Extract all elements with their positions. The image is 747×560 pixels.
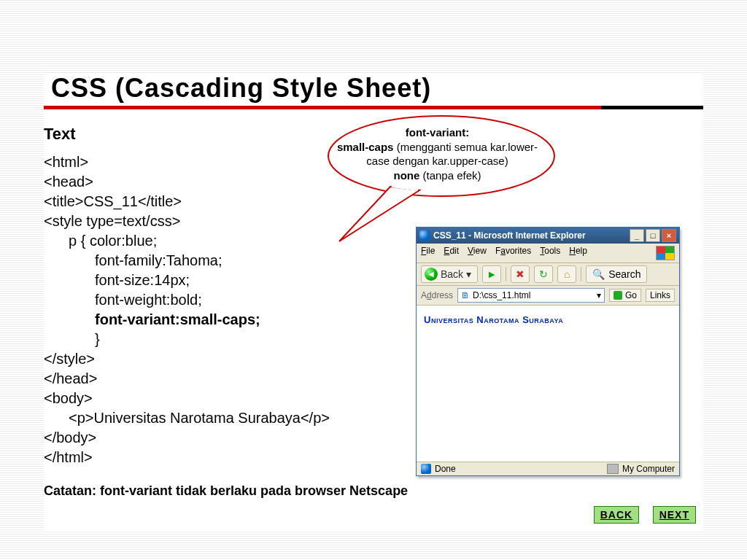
home-button[interactable]: ⌂ bbox=[557, 265, 576, 283]
menu-tools[interactable]: Tools bbox=[540, 246, 560, 260]
code-line-emphasis: font-variant:small-caps; bbox=[44, 310, 260, 330]
rendered-paragraph: Universitas Narotama Surabaya bbox=[424, 314, 672, 325]
address-value: D:\css_11.html bbox=[473, 290, 530, 300]
toolbar: ◄ Back ▾ ► ✖ ↻ ⌂ 🔍 Search bbox=[417, 263, 679, 286]
window-title: CSS_11 - Microsoft Internet Explorer bbox=[433, 230, 586, 241]
code-line: font-weight:bold; bbox=[44, 290, 202, 310]
code-line: <p>Universitas Narotama Surabaya</p> bbox=[44, 408, 330, 428]
code-line: font-size:14px; bbox=[44, 271, 190, 290]
refresh-button[interactable]: ↻ bbox=[534, 265, 553, 283]
status-text: Done bbox=[435, 464, 456, 474]
ie-icon bbox=[419, 230, 430, 241]
title-rule bbox=[44, 106, 703, 112]
titlebar: CSS_11 - Microsoft Internet Explorer _ □… bbox=[417, 228, 679, 244]
browser-window: CSS_11 - Microsoft Internet Explorer _ □… bbox=[416, 227, 680, 476]
next-nav-button[interactable]: NEXT bbox=[653, 506, 696, 524]
maximize-button[interactable]: □ bbox=[646, 229, 660, 242]
code-line: p { color:blue; bbox=[44, 231, 157, 251]
address-input[interactable]: 🗎 D:\css_11.html ▾ bbox=[457, 288, 605, 303]
computer-icon bbox=[607, 464, 619, 474]
search-button[interactable]: 🔍 Search bbox=[586, 265, 647, 283]
code-line: } bbox=[44, 330, 100, 349]
address-bar: Address 🗎 D:\css_11.html ▾ Go Links bbox=[417, 286, 679, 306]
stop-button[interactable]: ✖ bbox=[511, 265, 530, 283]
page-icon: 🗎 bbox=[461, 291, 470, 300]
links-button[interactable]: Links bbox=[646, 289, 675, 302]
address-label: Address bbox=[421, 290, 453, 300]
status-bar: Done My Computer bbox=[417, 462, 679, 475]
code-line: font-family:Tahoma; bbox=[44, 251, 222, 271]
menu-view[interactable]: View bbox=[468, 246, 487, 260]
search-icon: 🔍 bbox=[592, 269, 605, 279]
menu-favorites[interactable]: Favorites bbox=[495, 246, 531, 260]
callout-bubble: font-variant: small-caps (mengganti semu… bbox=[303, 114, 558, 201]
close-button[interactable]: × bbox=[662, 229, 676, 242]
callout-value: small-caps bbox=[337, 141, 397, 153]
forward-button[interactable]: ► bbox=[482, 265, 501, 283]
go-button[interactable]: Go bbox=[609, 289, 641, 302]
menu-bar: File Edit View Favorites Tools Help bbox=[417, 244, 679, 263]
zone-label: My Computer bbox=[622, 464, 675, 474]
footnote: Catatan: font-variant tidak berlaku pada… bbox=[44, 483, 703, 499]
browser-viewport: Universitas Narotama Surabaya bbox=[417, 306, 679, 462]
minimize-button[interactable]: _ bbox=[630, 229, 644, 242]
callout-key: font-variant: bbox=[406, 126, 470, 139]
menu-file[interactable]: File bbox=[421, 246, 435, 260]
ie-icon bbox=[421, 464, 431, 474]
windows-flag-icon bbox=[656, 246, 675, 260]
search-label: Search bbox=[608, 268, 640, 280]
back-label: Back bbox=[441, 268, 463, 280]
back-button[interactable]: ◄ Back ▾ bbox=[421, 265, 478, 283]
callout-value: none bbox=[393, 169, 422, 182]
back-nav-button[interactable]: BACK bbox=[594, 506, 639, 524]
nav-buttons: BACK NEXT bbox=[584, 506, 696, 524]
page-title: CSS (Cascading Style Sheet) bbox=[51, 73, 703, 104]
menu-help[interactable]: Help bbox=[569, 246, 587, 260]
callout-desc: (tanpa efek) bbox=[422, 169, 481, 182]
menu-edit[interactable]: Edit bbox=[444, 246, 459, 260]
